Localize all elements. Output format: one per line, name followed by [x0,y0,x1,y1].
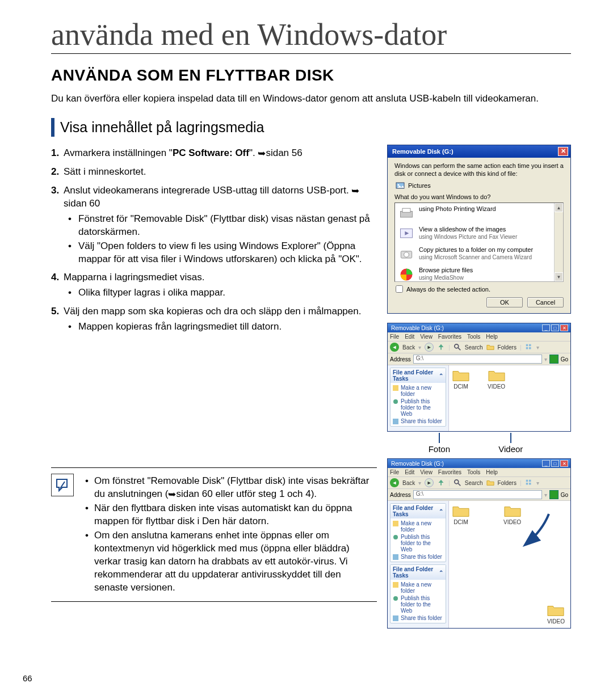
collapse-icon[interactable]: ⌃ [439,570,443,576]
explorer-menu[interactable]: File Edit View Favorites Tools Help [388,332,570,341]
folder-video[interactable]: VIDEO [488,369,505,390]
forward-icon[interactable]: ► [425,343,434,352]
menu-edit[interactable]: Edit [405,469,414,475]
callout-photos: Foton [429,444,450,454]
ok-button[interactable]: OK [486,297,523,307]
svg-point-28 [393,596,398,601]
svg-point-9 [455,344,459,348]
svg-point-18 [455,480,459,484]
task-share[interactable]: Share this folder [393,553,443,560]
search-icon[interactable] [454,343,461,351]
task-pane-header[interactable]: File and Folder Tasks [393,566,439,579]
task-new-folder[interactable]: Make a new folder [393,384,443,398]
folder-video-bottom[interactable]: VIDEO [547,604,565,625]
collapse-icon[interactable]: ⌃ [439,373,443,379]
page-ref-arrow-icon: ➥ [351,185,359,198]
step5-text: Välj den mapp som ska kopieras och dra o… [64,306,361,317]
back-label[interactable]: Back [402,344,415,351]
folder-dcim-label: DCIM [454,383,468,390]
maximize-icon[interactable]: □ [551,324,559,331]
forward-icon[interactable]: ► [425,478,434,487]
back-icon[interactable]: ◄ [390,478,399,487]
menu-file[interactable]: File [390,469,399,475]
svg-rect-13 [526,347,528,349]
folders-label[interactable]: Folders [498,344,517,351]
option-copy-pictures[interactable]: Copy pictures to a folder on my computer… [395,244,563,264]
scrollbar[interactable]: ▲ ▼ [554,203,563,281]
task-share[interactable]: Share this folder [393,614,443,622]
minimize-icon[interactable]: _ [542,324,550,331]
menu-view[interactable]: View [420,334,433,340]
section-heading: ANVÄNDA SOM EN FLYTTBAR DISK [51,66,571,85]
always-checkbox-row[interactable]: Always do the selected action. [396,285,564,293]
maximize-icon[interactable]: □ [551,460,559,467]
folders-icon[interactable] [486,343,494,351]
search-icon[interactable] [454,479,461,487]
search-label[interactable]: Search [465,480,483,486]
back-icon[interactable]: ◄ [390,343,399,352]
folder-dcim[interactable]: DCIM [452,369,469,390]
cancel-button[interactable]: Cancel [527,297,564,307]
always-checkbox[interactable] [396,285,403,293]
menu-help[interactable]: Help [486,469,498,475]
folders-icon[interactable] [486,479,494,487]
menu-favorites[interactable]: Favorites [438,469,461,475]
address-input[interactable]: G:\ [413,355,542,364]
address-input[interactable]: G:\ [413,490,542,499]
go-icon[interactable] [549,355,559,364]
views-icon[interactable] [525,343,533,351]
option-slideshow[interactable]: View a slideshow of the imagesusing Wind… [395,224,563,244]
task-pane-header[interactable]: File and Folder Tasks [393,505,439,517]
task-pane-header[interactable]: File and Folder Tasks [393,369,439,382]
svg-rect-23 [529,483,531,485]
task-publish[interactable]: Publish this folder to the Web [393,398,443,418]
up-icon[interactable] [437,479,445,487]
menu-edit[interactable]: Edit [405,334,414,340]
step-4: 4. Mapparna i lagringsmediet visas. Olik… [51,271,377,300]
subsection-heading: Visa innehållet på lagringsmedia [60,118,264,137]
mediashow-icon [398,267,414,282]
menu-help[interactable]: Help [486,334,498,340]
task-publish[interactable]: Publish this folder to the Web [393,533,443,553]
search-label[interactable]: Search [465,344,483,351]
step3-bullet-1: Fönstret för "Removable Disk" (Flyttbar … [64,213,377,239]
svg-rect-3 [402,209,410,213]
task-new-folder[interactable]: Make a new folder [393,520,443,533]
collapse-icon[interactable]: ⌃ [439,508,443,515]
folder-video-label: VIDEO [488,383,505,390]
option-mediashow[interactable]: Browse picture filesusing MediaShow [395,264,563,282]
minimize-icon[interactable]: _ [542,460,550,467]
folder-video-top[interactable]: VIDEO [503,504,521,525]
close-icon[interactable]: ✕ [560,324,568,331]
step1-ref: sidan 56 [266,147,302,158]
explorer-title: Removable Disk (G:) [391,461,444,467]
go-label[interactable]: Go [561,492,568,498]
menu-favorites[interactable]: Favorites [438,334,461,340]
task-new-folder[interactable]: Make a new folder [393,581,443,594]
page-number: 66 [23,673,32,683]
close-icon[interactable]: ✕ [560,460,568,467]
go-icon[interactable] [549,490,559,499]
svg-point-16 [393,399,398,404]
explorer-menu[interactable]: File Edit View Favorites Tools Help [388,468,570,477]
options-list[interactable]: using Photo Printing Wizard View a slide… [394,203,564,282]
folder-dcim[interactable]: DCIM [452,504,469,525]
scroll-down-icon[interactable]: ▼ [555,272,563,281]
menu-file[interactable]: File [390,334,399,340]
folders-label[interactable]: Folders [498,480,517,486]
menu-view[interactable]: View [420,469,433,475]
views-icon[interactable] [525,479,533,487]
go-label[interactable]: Go [561,356,568,362]
option-print-wizard[interactable]: using Photo Printing Wizard [395,203,563,224]
back-label[interactable]: Back [402,480,415,486]
close-icon[interactable]: ✕ [558,147,568,156]
menu-tools[interactable]: Tools [467,334,480,340]
scroll-up-icon[interactable]: ▲ [555,203,563,212]
up-icon[interactable] [437,343,445,351]
task-publish[interactable]: Publish this folder to the Web [393,594,443,614]
folder-video-label: VIDEO [503,519,521,525]
menu-tools[interactable]: Tools [467,469,480,475]
step1-suffix: ". [249,147,255,158]
task-share[interactable]: Share this folder [393,418,443,425]
callout-line [510,433,511,443]
